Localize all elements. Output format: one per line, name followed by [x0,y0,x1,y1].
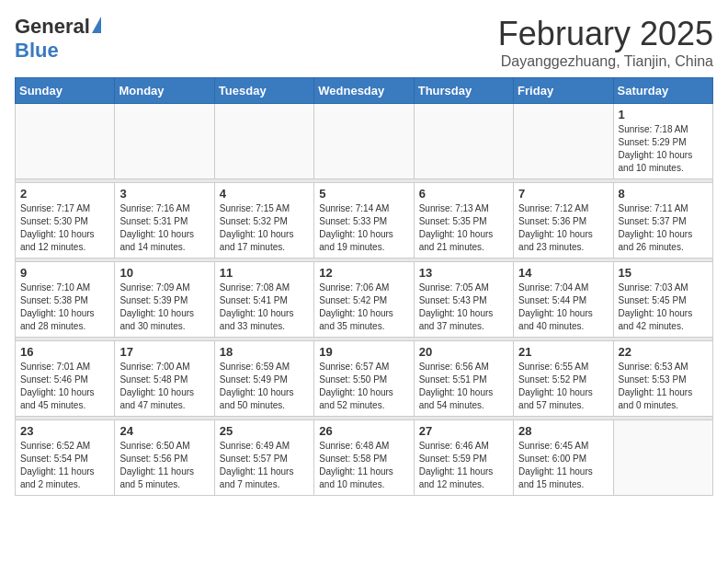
calendar-cell: 5Sunrise: 7:14 AM Sunset: 5:33 PM Daylig… [314,183,414,259]
day-info: Sunrise: 7:03 AM Sunset: 5:45 PM Dayligh… [619,282,708,333]
calendar-cell: 10Sunrise: 7:09 AM Sunset: 5:39 PM Dayli… [115,262,214,338]
day-number: 12 [319,266,408,280]
day-info: Sunrise: 7:05 AM Sunset: 5:43 PM Dayligh… [419,282,508,333]
day-number: 11 [220,266,309,280]
calendar-cell: 20Sunrise: 6:56 AM Sunset: 5:51 PM Dayli… [414,341,513,417]
title-block: February 2025 Dayanggezhuang, Tianjin, C… [498,15,713,70]
calendar-cell: 11Sunrise: 7:08 AM Sunset: 5:41 PM Dayli… [214,262,313,338]
day-number: 17 [119,345,209,359]
day-header-saturday: Saturday [613,78,712,104]
day-info: Sunrise: 7:08 AM Sunset: 5:41 PM Dayligh… [220,282,309,333]
day-info: Sunrise: 6:59 AM Sunset: 5:49 PM Dayligh… [220,361,309,412]
day-info: Sunrise: 7:04 AM Sunset: 5:44 PM Dayligh… [518,282,608,333]
day-info: Sunrise: 6:56 AM Sunset: 5:51 PM Dayligh… [419,361,508,412]
calendar-cell: 19Sunrise: 6:57 AM Sunset: 5:50 PM Dayli… [314,341,414,417]
calendar-cell [514,104,613,179]
day-number: 7 [518,187,608,201]
calendar-cell [314,104,414,179]
calendar-cell: 21Sunrise: 6:55 AM Sunset: 5:52 PM Dayli… [514,341,613,417]
day-number: 22 [619,345,708,359]
day-number: 27 [419,424,508,438]
calendar-cell: 27Sunrise: 6:46 AM Sunset: 5:59 PM Dayli… [414,420,513,496]
day-header-wednesday: Wednesday [314,78,414,104]
day-info: Sunrise: 6:53 AM Sunset: 5:53 PM Dayligh… [619,361,708,412]
day-info: Sunrise: 7:10 AM Sunset: 5:38 PM Dayligh… [20,282,109,333]
day-number: 23 [20,424,109,438]
week-row-4: 23Sunrise: 6:52 AM Sunset: 5:54 PM Dayli… [16,420,713,496]
calendar-cell: 2Sunrise: 7:17 AM Sunset: 5:30 PM Daylig… [16,183,115,259]
day-number: 26 [319,424,408,438]
calendar-subtitle: Dayanggezhuang, Tianjin, China [498,53,713,70]
day-number: 14 [518,266,608,280]
day-header-friday: Friday [514,78,613,104]
day-info: Sunrise: 6:57 AM Sunset: 5:50 PM Dayligh… [319,361,408,412]
calendar-cell: 17Sunrise: 7:00 AM Sunset: 5:48 PM Dayli… [115,341,214,417]
calendar-table: SundayMondayTuesdayWednesdayThursdayFrid… [15,77,713,496]
day-header-sunday: Sunday [16,78,115,104]
calendar-cell: 28Sunrise: 6:45 AM Sunset: 6:00 PM Dayli… [514,420,613,496]
day-info: Sunrise: 7:06 AM Sunset: 5:42 PM Dayligh… [319,282,408,333]
day-info: Sunrise: 6:55 AM Sunset: 5:52 PM Dayligh… [518,361,608,412]
day-info: Sunrise: 6:45 AM Sunset: 6:00 PM Dayligh… [518,440,608,491]
week-row-0: 1Sunrise: 7:18 AM Sunset: 5:29 PM Daylig… [16,104,713,179]
day-info: Sunrise: 7:00 AM Sunset: 5:48 PM Dayligh… [119,361,209,412]
day-number: 21 [518,345,608,359]
day-header-thursday: Thursday [414,78,513,104]
calendar-title: February 2025 [498,15,713,53]
day-info: Sunrise: 6:48 AM Sunset: 5:58 PM Dayligh… [319,440,408,491]
week-row-1: 2Sunrise: 7:17 AM Sunset: 5:30 PM Daylig… [16,183,713,259]
day-info: Sunrise: 7:11 AM Sunset: 5:37 PM Dayligh… [619,202,708,254]
day-info: Sunrise: 7:17 AM Sunset: 5:30 PM Dayligh… [20,202,109,254]
week-row-3: 16Sunrise: 7:01 AM Sunset: 5:46 PM Dayli… [16,341,713,417]
calendar-cell: 18Sunrise: 6:59 AM Sunset: 5:49 PM Dayli… [214,341,313,417]
day-info: Sunrise: 7:13 AM Sunset: 5:35 PM Dayligh… [419,202,508,254]
day-info: Sunrise: 6:49 AM Sunset: 5:57 PM Dayligh… [220,440,309,491]
day-number: 3 [119,187,209,201]
day-number: 8 [619,187,708,201]
day-number: 16 [20,345,109,359]
logo: General Blue [15,15,101,63]
calendar-cell: 25Sunrise: 6:49 AM Sunset: 5:57 PM Dayli… [214,420,313,496]
day-number: 19 [319,345,408,359]
day-number: 10 [119,266,209,280]
day-number: 1 [619,108,708,121]
calendar-cell: 15Sunrise: 7:03 AM Sunset: 5:45 PM Dayli… [613,262,712,338]
calendar-cell: 24Sunrise: 6:50 AM Sunset: 5:56 PM Dayli… [115,420,214,496]
days-header-row: SundayMondayTuesdayWednesdayThursdayFrid… [16,78,713,104]
day-number: 18 [220,345,309,359]
day-info: Sunrise: 7:01 AM Sunset: 5:46 PM Dayligh… [20,361,109,412]
calendar-cell: 7Sunrise: 7:12 AM Sunset: 5:36 PM Daylig… [514,183,613,259]
day-number: 2 [20,187,109,201]
calendar-cell: 3Sunrise: 7:16 AM Sunset: 5:31 PM Daylig… [115,183,214,259]
calendar-cell [115,104,214,179]
day-info: Sunrise: 6:46 AM Sunset: 5:59 PM Dayligh… [419,440,508,491]
logo-general-text: General [15,15,90,39]
day-number: 5 [319,187,408,201]
day-info: Sunrise: 7:09 AM Sunset: 5:39 PM Dayligh… [119,282,209,333]
week-row-2: 9Sunrise: 7:10 AM Sunset: 5:38 PM Daylig… [16,262,713,338]
day-info: Sunrise: 7:18 AM Sunset: 5:29 PM Dayligh… [619,123,708,175]
calendar-cell [414,104,513,179]
calendar-cell: 9Sunrise: 7:10 AM Sunset: 5:38 PM Daylig… [16,262,115,338]
day-number: 9 [20,266,109,280]
calendar-header: General Blue February 2025 Dayanggezhuan… [15,15,713,70]
day-number: 24 [119,424,209,438]
calendar-cell: 16Sunrise: 7:01 AM Sunset: 5:46 PM Dayli… [16,341,115,417]
calendar-cell: 4Sunrise: 7:15 AM Sunset: 5:32 PM Daylig… [214,183,313,259]
day-number: 13 [419,266,508,280]
day-number: 20 [419,345,508,359]
calendar-cell: 12Sunrise: 7:06 AM Sunset: 5:42 PM Dayli… [314,262,414,338]
calendar-cell: 22Sunrise: 6:53 AM Sunset: 5:53 PM Dayli… [613,341,712,417]
calendar-cell: 6Sunrise: 7:13 AM Sunset: 5:35 PM Daylig… [414,183,513,259]
calendar-cell: 23Sunrise: 6:52 AM Sunset: 5:54 PM Dayli… [16,420,115,496]
calendar-cell [16,104,115,179]
calendar-cell [214,104,313,179]
calendar-cell: 1Sunrise: 7:18 AM Sunset: 5:29 PM Daylig… [613,104,712,179]
day-number: 25 [220,424,309,438]
day-header-monday: Monday [115,78,214,104]
day-info: Sunrise: 6:52 AM Sunset: 5:54 PM Dayligh… [20,440,109,491]
calendar-cell [613,420,712,496]
day-number: 6 [419,187,508,201]
calendar-cell: 26Sunrise: 6:48 AM Sunset: 5:58 PM Dayli… [314,420,414,496]
calendar-cell: 13Sunrise: 7:05 AM Sunset: 5:43 PM Dayli… [414,262,513,338]
